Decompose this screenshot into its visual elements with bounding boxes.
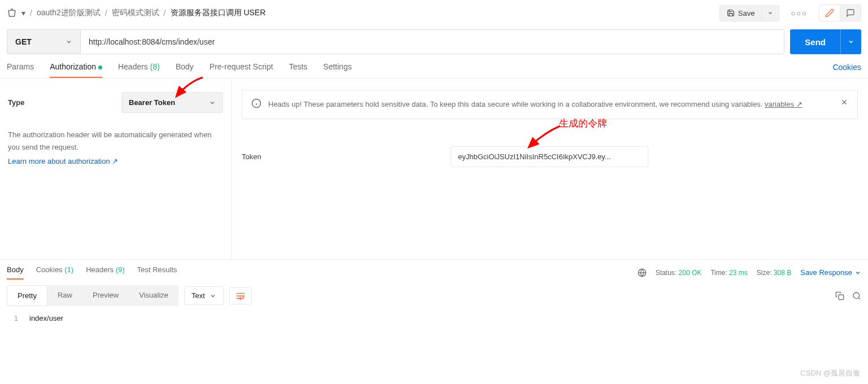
search-icon[interactable] bbox=[852, 291, 861, 300]
auth-dot-icon bbox=[98, 66, 102, 69]
method-url-group: GET bbox=[7, 29, 784, 54]
auth-left-panel: Type Bearer Token The authorization head… bbox=[0, 78, 232, 259]
save-dropdown[interactable] bbox=[762, 5, 779, 21]
send-dropdown[interactable] bbox=[840, 29, 861, 54]
svg-line-11 bbox=[858, 298, 860, 299]
close-icon[interactable] bbox=[840, 98, 848, 106]
cookies-link[interactable]: Cookies bbox=[832, 63, 861, 77]
alert-variables-link[interactable]: variables ↗ bbox=[765, 100, 802, 108]
auth-type-value: Bearer Token bbox=[129, 98, 175, 107]
time-value: 23 ms bbox=[729, 269, 748, 277]
wrap-lines-button[interactable] bbox=[229, 287, 252, 304]
line-number: 1 bbox=[7, 314, 29, 322]
response-header: Body Cookies (1) Headers (9) Test Result… bbox=[0, 259, 868, 280]
tab-authorization[interactable]: Authorization bbox=[50, 62, 102, 78]
alert-text: Heads up! These parameters hold sensitiv… bbox=[268, 98, 802, 111]
body-view-tabs: Pretty Raw Preview Visualize bbox=[7, 285, 178, 306]
request-tabs: Params Authorization Headers (8) Body Pr… bbox=[0, 54, 868, 78]
method-label: GET bbox=[15, 37, 32, 46]
body-tab-visualize[interactable]: Visualize bbox=[129, 285, 178, 306]
send-button[interactable]: Send bbox=[790, 29, 840, 54]
save-group: Save bbox=[719, 5, 780, 21]
response-meta: Status: 200 OK Time: 23 ms Size: 308 B S… bbox=[638, 268, 861, 277]
annotation-arrow-icon bbox=[172, 76, 206, 101]
breadcrumb-item-1[interactable]: oauth2进阶版测试 bbox=[37, 8, 101, 18]
body-toolbar: Pretty Raw Preview Visualize Text bbox=[0, 280, 868, 312]
comment-icon[interactable] bbox=[840, 5, 861, 21]
info-icon bbox=[251, 98, 261, 108]
body-tab-raw[interactable]: Raw bbox=[47, 285, 82, 306]
svg-point-10 bbox=[853, 293, 860, 299]
auth-description: The authorization header will be automat… bbox=[8, 129, 223, 154]
save-response-link[interactable]: Save Response bbox=[800, 268, 861, 277]
top-actions: Save ○○○ bbox=[719, 5, 861, 21]
breadcrumb: ▾ / oauth2进阶版测试 / 密码模式测试 / 资源服务器接口调用 USE… bbox=[7, 8, 265, 18]
resp-tab-cookies[interactable]: Cookies (1) bbox=[36, 265, 73, 280]
top-bar: ▾ / oauth2进阶版测试 / 密码模式测试 / 资源服务器接口调用 USE… bbox=[0, 0, 868, 26]
body-tab-preview[interactable]: Preview bbox=[82, 285, 129, 306]
auth-alert: Heads up! These parameters hold sensitiv… bbox=[242, 90, 858, 119]
resp-tab-body[interactable]: Body bbox=[7, 265, 24, 280]
tab-prerequest[interactable]: Pre-request Script bbox=[210, 62, 273, 78]
breadcrumb-item-2[interactable]: 密码模式测试 bbox=[112, 8, 159, 18]
breadcrumb-item-3[interactable]: 资源服务器接口调用 USER bbox=[171, 8, 266, 18]
svg-rect-9 bbox=[839, 295, 844, 300]
tab-params[interactable]: Params bbox=[7, 62, 34, 78]
save-button[interactable]: Save bbox=[719, 5, 762, 21]
chevron-down-icon[interactable]: ▾ bbox=[21, 8, 25, 18]
url-input[interactable] bbox=[81, 30, 784, 54]
token-label: Token bbox=[242, 152, 451, 161]
breadcrumb-sep: / bbox=[30, 8, 32, 18]
annotation-arrow-icon bbox=[525, 124, 565, 152]
send-group: Send bbox=[790, 29, 861, 54]
collection-icon[interactable] bbox=[7, 8, 17, 18]
resp-tab-headers[interactable]: Headers (9) bbox=[86, 265, 125, 280]
status-value: 200 OK bbox=[679, 269, 702, 277]
copy-icon[interactable] bbox=[835, 291, 844, 300]
tab-body[interactable]: Body bbox=[176, 62, 194, 78]
url-row: GET Send bbox=[0, 26, 868, 54]
tab-settings[interactable]: Settings bbox=[323, 62, 352, 78]
view-icons bbox=[819, 5, 861, 21]
edit-icon[interactable] bbox=[819, 5, 840, 21]
auth-learn-more-link[interactable]: Learn more about authorization ↗ bbox=[8, 157, 223, 165]
globe-icon[interactable] bbox=[638, 268, 647, 277]
body-tab-pretty[interactable]: Pretty bbox=[7, 285, 47, 306]
breadcrumb-sep: / bbox=[105, 8, 107, 18]
code-line-1: index/user bbox=[29, 314, 63, 322]
response-body[interactable]: 1 index/user bbox=[0, 312, 868, 334]
tab-tests[interactable]: Tests bbox=[289, 62, 308, 78]
more-actions-button[interactable]: ○○○ bbox=[785, 6, 813, 21]
auth-type-label: Type bbox=[8, 98, 24, 107]
method-select[interactable]: GET bbox=[7, 30, 81, 54]
size-value: 308 B bbox=[774, 269, 791, 277]
resp-tab-tests[interactable]: Test Results bbox=[137, 265, 177, 280]
format-select[interactable]: Text bbox=[184, 286, 224, 305]
breadcrumb-sep: / bbox=[164, 8, 166, 18]
save-label: Save bbox=[738, 9, 755, 18]
tab-headers[interactable]: Headers (8) bbox=[118, 62, 160, 78]
auth-area: Type Bearer Token The authorization head… bbox=[0, 78, 868, 259]
auth-right-panel: Heads up! These parameters hold sensitiv… bbox=[232, 78, 868, 259]
